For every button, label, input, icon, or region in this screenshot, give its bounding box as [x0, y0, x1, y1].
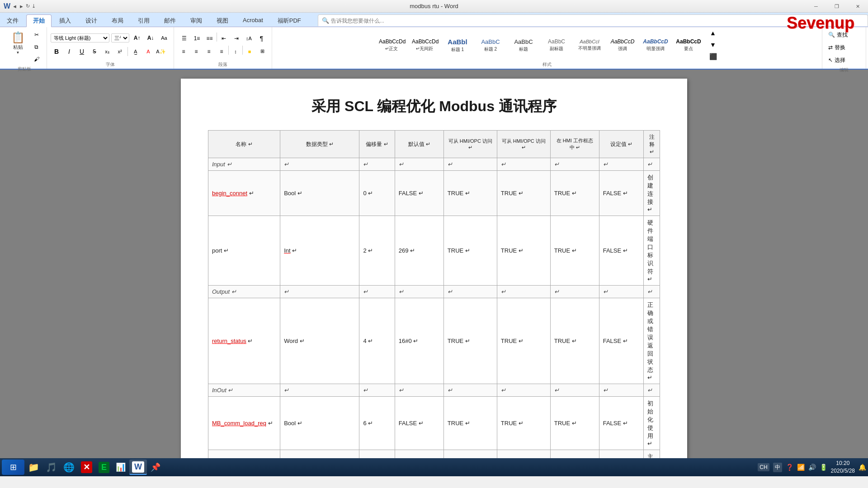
tab-design[interactable]: 设计: [79, 14, 104, 27]
styles-expand[interactable]: ⬛: [707, 51, 719, 61]
cell-hmi1: ↵: [443, 158, 497, 171]
style-title[interactable]: AaBbC 标题: [507, 31, 540, 59]
style-subtle-emphasis-preview: AaBbCcI: [575, 38, 604, 45]
col-header-note: 注释 ↵: [644, 131, 660, 158]
chrome-button[interactable]: 🌐: [61, 460, 77, 475]
close-button[interactable]: ✕: [847, 0, 868, 13]
style-emphasis[interactable]: AaBbCcD 强调: [606, 31, 639, 59]
cell-default: ↵: [395, 384, 443, 397]
font-group: 等线 Light (标题) 三号 A↑ A↓ Aa B I U S̶ x₂ x²…: [47, 27, 174, 69]
start-icon: ⊞: [10, 462, 17, 472]
increase-indent-button[interactable]: ⇥: [231, 33, 242, 44]
tab-home[interactable]: 开始: [26, 14, 52, 27]
bullets-button[interactable]: ☰: [179, 33, 190, 44]
align-left-button[interactable]: ≡: [178, 46, 189, 57]
tab-view[interactable]: 视图: [210, 14, 235, 27]
style-strong[interactable]: AaBbCcD 要点: [672, 31, 705, 59]
style-heading2[interactable]: AaBbC 标题 2: [474, 31, 507, 59]
format-painter-button[interactable]: 🖌: [31, 53, 42, 65]
style-h1-preview: AaBbl: [443, 37, 472, 47]
minimize-button[interactable]: ─: [806, 0, 826, 13]
change-case-button[interactable]: Aa: [158, 32, 170, 44]
chrome-icon: 🌐: [63, 462, 75, 473]
tab-mailings[interactable]: 邮件: [157, 14, 183, 27]
highlight-button[interactable]: A̲: [130, 46, 142, 57]
multilevel-list-button[interactable]: ≡≡: [204, 33, 216, 44]
shading-button[interactable]: ■: [244, 46, 255, 57]
copy-button[interactable]: ⧉: [31, 41, 42, 53]
strikethrough-button[interactable]: S̶: [89, 46, 100, 57]
tab-layout[interactable]: 布局: [105, 14, 130, 27]
style-subtitle-label: 副标题: [550, 46, 563, 52]
style-nospace[interactable]: AaBbCcDd ↵无间距: [408, 31, 441, 59]
app8-button[interactable]: 📌: [148, 460, 163, 475]
styles-scroll-down[interactable]: ▼: [707, 39, 719, 51]
font-family-select[interactable]: 等线 Light (标题): [51, 33, 109, 42]
superscript-button[interactable]: x²: [114, 46, 126, 57]
cell-offset: 6 ↵: [359, 397, 395, 450]
tab-references[interactable]: 引用: [131, 14, 156, 27]
tab-file[interactable]: 文件: [0, 14, 25, 27]
show-formatting-button[interactable]: ¶: [256, 33, 268, 44]
start-button[interactable]: ⊞: [2, 460, 24, 475]
numbering-button[interactable]: 1≡: [191, 33, 203, 44]
cell-setval: FALSE ↵: [599, 216, 644, 286]
styles-scroll-up[interactable]: ▲: [707, 29, 719, 39]
style-heading1[interactable]: AaBbl 标题 1: [441, 31, 474, 59]
tab-acrobat[interactable]: Acrobat: [236, 14, 270, 27]
restore-button[interactable]: ❐: [826, 0, 847, 13]
subscript-button[interactable]: x₂: [101, 46, 113, 57]
font-size-select[interactable]: 三号: [111, 33, 129, 42]
cell-hmi1: ↵: [443, 286, 497, 298]
replace-button[interactable]: ⇄ 替换: [826, 42, 862, 53]
app4-button[interactable]: ✕: [78, 460, 95, 475]
cell-note: 硬件端口标识符 ↵: [644, 216, 660, 286]
cell-default: 16#0 ↵: [395, 298, 443, 384]
excel-button[interactable]: 📊: [113, 460, 128, 475]
font-color-button[interactable]: A: [142, 46, 154, 57]
underline-button[interactable]: U: [76, 46, 88, 57]
tab-foxit[interactable]: 福昕PDF: [271, 14, 308, 27]
cut-button[interactable]: ✂: [31, 29, 42, 41]
tab-review[interactable]: 审阅: [184, 14, 209, 27]
text-effects-button[interactable]: A✨: [155, 46, 167, 57]
cell-setval: FALSE ↵: [599, 397, 644, 450]
clipboard-small-btns: ✂ ⧉ 🖌: [31, 29, 42, 65]
search-input[interactable]: [331, 18, 421, 24]
line-spacing-button[interactable]: ↕: [230, 46, 241, 57]
decrease-indent-button[interactable]: ⇤: [218, 33, 230, 44]
tab-insert[interactable]: 插入: [52, 14, 78, 27]
media-player-button[interactable]: 🎵: [43, 460, 60, 475]
bold-button[interactable]: B: [51, 46, 62, 57]
editor-button[interactable]: E: [96, 460, 112, 475]
increase-font-button[interactable]: A↑: [131, 32, 143, 44]
paste-button[interactable]: 📋 粘贴 ▼: [6, 29, 30, 57]
cell-setval: FALSE ↵: [599, 171, 644, 216]
cell-hmi2: TRUE ↵: [497, 216, 550, 286]
borders-button[interactable]: ⊞: [256, 46, 268, 57]
style-subtle-emphasis[interactable]: AaBbCcI 不明显强调: [573, 31, 606, 59]
justify-button[interactable]: ≡: [216, 46, 227, 57]
cell-default: FALSE ↵: [395, 171, 443, 216]
cell-note: ↵: [644, 158, 660, 171]
word-button[interactable]: W: [129, 460, 147, 475]
editing-group: 🔍 查找 ⇄ 替换 ↖ 选择 编辑: [822, 27, 866, 69]
align-right-button[interactable]: ≡: [203, 46, 215, 57]
italic-button[interactable]: I: [63, 46, 75, 57]
style-intense-emphasis[interactable]: AaBbCcD 明显强调: [639, 31, 672, 59]
file-explorer-button[interactable]: 📁: [25, 460, 42, 475]
media-player-icon: 🎵: [46, 462, 57, 473]
font-label: 字体: [106, 61, 115, 68]
align-center-button[interactable]: ≡: [190, 46, 202, 57]
select-button[interactable]: ↖ 选择: [826, 54, 862, 66]
style-normal[interactable]: AaBbCcDd ↵正文: [375, 31, 408, 59]
decrease-font-button[interactable]: A↓: [145, 32, 156, 44]
network-icon: 📶: [797, 464, 805, 471]
clipboard-group: 📋 粘贴 ▼ ✂ ⧉ 🖌 剪贴板: [2, 27, 47, 69]
window-icon: W ◄ ► ↻ ⤓: [4, 2, 36, 10]
find-icon: 🔍: [828, 32, 835, 38]
help-icon: ❓: [786, 464, 793, 471]
style-subtitle[interactable]: AaBbC 副标题: [540, 31, 573, 59]
sort-button[interactable]: ↕A: [243, 33, 255, 44]
cell-hmi1: ↵: [443, 384, 497, 397]
